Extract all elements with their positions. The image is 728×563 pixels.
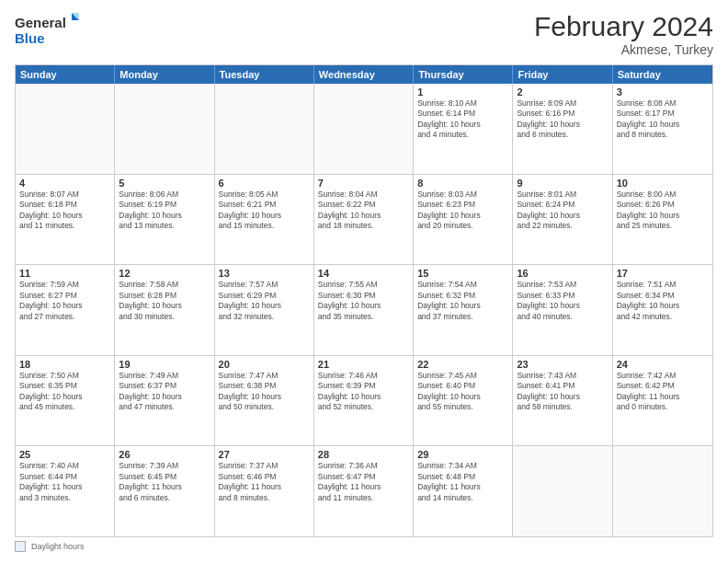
day-number: 14: [318, 268, 409, 279]
calendar-cell: 27Sunrise: 7:37 AM Sunset: 6:46 PM Dayli…: [215, 446, 314, 536]
day-number: 15: [417, 268, 508, 279]
day-number: 3: [617, 86, 709, 98]
day-number: 29: [417, 449, 508, 460]
header: General Blue February 2024 Akmese, Turke…: [15, 11, 713, 57]
calendar-header-cell: Friday: [513, 65, 612, 84]
footer-label: Daylight hours: [31, 542, 85, 551]
day-number: 12: [119, 268, 210, 279]
day-info: Sunrise: 8:10 AM Sunset: 6:14 PM Dayligh…: [417, 98, 508, 141]
day-number: 9: [517, 178, 608, 189]
calendar-cell: 19Sunrise: 7:49 AM Sunset: 6:37 PM Dayli…: [115, 356, 214, 446]
day-number: 16: [517, 268, 608, 279]
calendar-cell: 14Sunrise: 7:55 AM Sunset: 6:30 PM Dayli…: [314, 265, 414, 355]
day-number: 13: [219, 268, 310, 279]
calendar-cell: 5Sunrise: 8:06 AM Sunset: 6:19 PM Daylig…: [115, 175, 214, 265]
calendar-row: 1Sunrise: 8:10 AM Sunset: 6:14 PM Daylig…: [16, 84, 712, 175]
day-number: 17: [617, 268, 709, 279]
day-number: 25: [19, 449, 110, 460]
calendar-cell: 29Sunrise: 7:34 AM Sunset: 6:48 PM Dayli…: [414, 446, 513, 536]
day-number: 22: [417, 359, 508, 370]
day-number: 24: [617, 359, 709, 370]
calendar-header-cell: Monday: [115, 65, 214, 84]
svg-text:General: General: [15, 15, 66, 30]
calendar-cell: 11Sunrise: 7:59 AM Sunset: 6:27 PM Dayli…: [16, 265, 115, 355]
calendar-cell: 16Sunrise: 7:53 AM Sunset: 6:33 PM Dayli…: [513, 265, 612, 355]
calendar-cell: 8Sunrise: 8:03 AM Sunset: 6:23 PM Daylig…: [414, 175, 513, 265]
day-info: Sunrise: 7:47 AM Sunset: 6:38 PM Dayligh…: [219, 371, 310, 413]
calendar-cell: 22Sunrise: 7:45 AM Sunset: 6:40 PM Dayli…: [414, 356, 513, 446]
calendar-cell: 12Sunrise: 7:58 AM Sunset: 6:28 PM Dayli…: [115, 265, 214, 355]
day-number: 20: [219, 359, 310, 370]
day-info: Sunrise: 7:54 AM Sunset: 6:32 PM Dayligh…: [417, 280, 508, 322]
calendar-cell: [314, 84, 414, 174]
title-block: February 2024 Akmese, Turkey: [534, 11, 713, 57]
calendar-row: 11Sunrise: 7:59 AM Sunset: 6:27 PM Dayli…: [16, 265, 712, 356]
day-number: 19: [119, 359, 210, 370]
day-info: Sunrise: 7:40 AM Sunset: 6:44 PM Dayligh…: [19, 461, 110, 503]
calendar-header-cell: Sunday: [16, 65, 115, 84]
day-info: Sunrise: 7:36 AM Sunset: 6:47 PM Dayligh…: [318, 461, 409, 503]
day-info: Sunrise: 8:03 AM Sunset: 6:23 PM Dayligh…: [417, 190, 508, 232]
calendar-cell: 2Sunrise: 8:09 AM Sunset: 6:16 PM Daylig…: [513, 84, 612, 174]
day-number: 21: [318, 359, 409, 370]
calendar-cell: 18Sunrise: 7:50 AM Sunset: 6:35 PM Dayli…: [16, 356, 115, 446]
calendar-cell: 25Sunrise: 7:40 AM Sunset: 6:44 PM Dayli…: [16, 446, 115, 536]
day-number: 23: [517, 359, 608, 370]
day-number: 2: [517, 86, 608, 98]
calendar-row: 25Sunrise: 7:40 AM Sunset: 6:44 PM Dayli…: [16, 446, 712, 536]
calendar-header-cell: Wednesday: [314, 65, 414, 84]
footer: Daylight hours: [15, 541, 713, 552]
calendar-cell: 10Sunrise: 8:00 AM Sunset: 6:26 PM Dayli…: [613, 175, 712, 265]
day-info: Sunrise: 8:07 AM Sunset: 6:18 PM Dayligh…: [19, 190, 110, 232]
calendar-header-cell: Thursday: [414, 65, 513, 84]
day-number: 8: [417, 178, 508, 189]
day-info: Sunrise: 7:50 AM Sunset: 6:35 PM Dayligh…: [19, 371, 110, 413]
day-info: Sunrise: 7:53 AM Sunset: 6:33 PM Dayligh…: [517, 280, 608, 322]
title-month: February 2024: [534, 11, 713, 42]
calendar-cell: [16, 84, 115, 174]
day-number: 27: [219, 449, 310, 460]
page: General Blue February 2024 Akmese, Turke…: [0, 0, 728, 563]
day-info: Sunrise: 7:46 AM Sunset: 6:39 PM Dayligh…: [318, 371, 409, 413]
day-info: Sunrise: 7:51 AM Sunset: 6:34 PM Dayligh…: [617, 280, 709, 322]
day-info: Sunrise: 8:05 AM Sunset: 6:21 PM Dayligh…: [219, 190, 310, 232]
calendar-cell: [215, 84, 314, 174]
calendar-cell: 20Sunrise: 7:47 AM Sunset: 6:38 PM Dayli…: [215, 356, 314, 446]
day-number: 11: [19, 268, 110, 279]
day-info: Sunrise: 7:43 AM Sunset: 6:41 PM Dayligh…: [517, 371, 608, 413]
calendar-cell: 17Sunrise: 7:51 AM Sunset: 6:34 PM Dayli…: [613, 265, 712, 355]
day-info: Sunrise: 8:08 AM Sunset: 6:17 PM Dayligh…: [617, 98, 709, 141]
day-info: Sunrise: 7:39 AM Sunset: 6:45 PM Dayligh…: [119, 461, 210, 503]
svg-text:Blue: Blue: [15, 30, 45, 46]
day-info: Sunrise: 8:06 AM Sunset: 6:19 PM Dayligh…: [119, 190, 210, 232]
logo-icon: General Blue: [15, 11, 79, 48]
day-info: Sunrise: 7:49 AM Sunset: 6:37 PM Dayligh…: [119, 371, 210, 413]
calendar-header-cell: Tuesday: [215, 65, 314, 84]
calendar-cell: 26Sunrise: 7:39 AM Sunset: 6:45 PM Dayli…: [115, 446, 214, 536]
day-info: Sunrise: 7:37 AM Sunset: 6:46 PM Dayligh…: [219, 461, 310, 503]
day-info: Sunrise: 8:01 AM Sunset: 6:24 PM Dayligh…: [517, 190, 608, 232]
day-number: 6: [219, 178, 310, 189]
title-location: Akmese, Turkey: [534, 42, 713, 57]
day-info: Sunrise: 8:00 AM Sunset: 6:26 PM Dayligh…: [617, 190, 709, 232]
calendar-cell: 1Sunrise: 8:10 AM Sunset: 6:14 PM Daylig…: [414, 84, 513, 174]
day-info: Sunrise: 7:58 AM Sunset: 6:28 PM Dayligh…: [119, 280, 210, 322]
day-number: 1: [417, 86, 508, 98]
day-info: Sunrise: 8:09 AM Sunset: 6:16 PM Dayligh…: [517, 98, 608, 141]
day-number: 5: [119, 178, 210, 189]
day-info: Sunrise: 7:45 AM Sunset: 6:40 PM Dayligh…: [417, 371, 508, 413]
day-number: 4: [19, 178, 110, 189]
day-info: Sunrise: 7:55 AM Sunset: 6:30 PM Dayligh…: [318, 280, 409, 322]
day-number: 10: [617, 178, 709, 189]
day-info: Sunrise: 8:04 AM Sunset: 6:22 PM Dayligh…: [318, 190, 409, 232]
day-info: Sunrise: 7:59 AM Sunset: 6:27 PM Dayligh…: [19, 280, 110, 322]
calendar-cell: [613, 446, 712, 536]
daylight-box: [15, 541, 26, 552]
calendar-body: 1Sunrise: 8:10 AM Sunset: 6:14 PM Daylig…: [16, 84, 712, 536]
calendar-cell: 28Sunrise: 7:36 AM Sunset: 6:47 PM Dayli…: [314, 446, 414, 536]
day-info: Sunrise: 7:42 AM Sunset: 6:42 PM Dayligh…: [617, 371, 709, 413]
calendar-cell: 6Sunrise: 8:05 AM Sunset: 6:21 PM Daylig…: [215, 175, 314, 265]
calendar-row: 18Sunrise: 7:50 AM Sunset: 6:35 PM Dayli…: [16, 356, 712, 447]
calendar-cell: 4Sunrise: 8:07 AM Sunset: 6:18 PM Daylig…: [16, 175, 115, 265]
calendar-cell: 24Sunrise: 7:42 AM Sunset: 6:42 PM Dayli…: [613, 356, 712, 446]
